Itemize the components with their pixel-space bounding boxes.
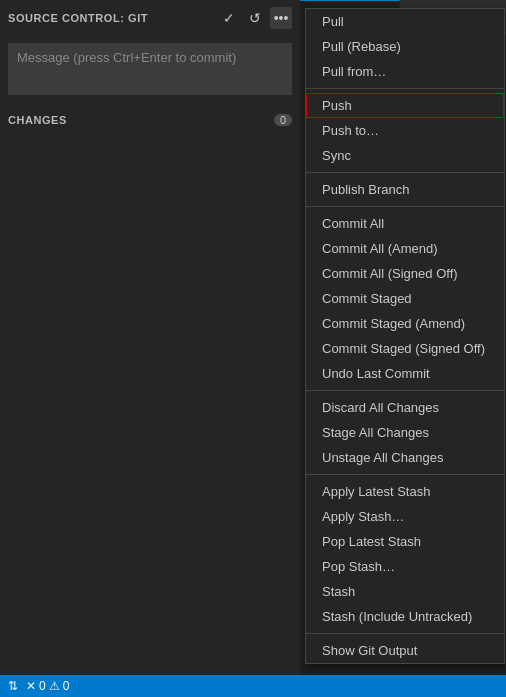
checkmark-icon: ✓ bbox=[223, 10, 235, 26]
menu-item-commit-all--signed-off-[interactable]: Commit All (Signed Off) bbox=[306, 261, 504, 286]
menu-item-sync[interactable]: Sync bbox=[306, 143, 504, 168]
menu-item-commit-staged--signed-off-[interactable]: Commit Staged (Signed Off) bbox=[306, 336, 504, 361]
menu-item-undo-last-commit[interactable]: Undo Last Commit bbox=[306, 361, 504, 386]
menu-item-push-to-[interactable]: Push to… bbox=[306, 118, 504, 143]
more-actions-button[interactable]: ••• bbox=[270, 7, 292, 29]
menu-item-show-git-output[interactable]: Show Git Output bbox=[306, 638, 504, 663]
menu-item-pop-stash-[interactable]: Pop Stash… bbox=[306, 554, 504, 579]
warning-icon: ⚠ bbox=[49, 679, 60, 693]
menu-item-pop-latest-stash[interactable]: Pop Latest Stash bbox=[306, 529, 504, 554]
changes-header: CHANGES 0 bbox=[8, 110, 292, 130]
changes-count-badge: 0 bbox=[274, 114, 292, 126]
menu-item-pull-from-[interactable]: Pull from… bbox=[306, 59, 504, 84]
menu-separator-22 bbox=[306, 633, 504, 634]
menu-separator-16 bbox=[306, 474, 504, 475]
sync-status-button[interactable]: ⇅ bbox=[8, 679, 18, 693]
menu-item-commit-staged[interactable]: Commit Staged bbox=[306, 286, 504, 311]
changes-label: CHANGES bbox=[8, 114, 67, 126]
error-icon: ✕ bbox=[26, 679, 36, 693]
menu-item-commit-staged--amend-[interactable]: Commit Staged (Amend) bbox=[306, 311, 504, 336]
panel-header: SOURCE CONTROL: GIT ✓ ↺ ••• bbox=[0, 0, 300, 35]
menu-item-apply-latest-stash[interactable]: Apply Latest Stash bbox=[306, 479, 504, 504]
menu-item-apply-stash-[interactable]: Apply Stash… bbox=[306, 504, 504, 529]
menu-item-commit-all--amend-[interactable]: Commit All (Amend) bbox=[306, 236, 504, 261]
menu-separator-6 bbox=[306, 206, 504, 207]
menu-item-commit-all[interactable]: Commit All bbox=[306, 211, 504, 236]
menu-item-discard-all-changes[interactable]: Discard All Changes bbox=[306, 395, 504, 420]
panel-title: SOURCE CONTROL: GIT bbox=[8, 12, 148, 24]
menu-separator-13 bbox=[306, 390, 504, 391]
commit-message-input[interactable] bbox=[8, 43, 292, 95]
error-count: 0 bbox=[39, 679, 46, 693]
menu-item-stage-all-changes[interactable]: Stage All Changes bbox=[306, 420, 504, 445]
errors-button[interactable]: ✕ 0 ⚠ 0 bbox=[26, 679, 69, 693]
status-bar: ⇅ ✕ 0 ⚠ 0 bbox=[0, 675, 506, 697]
menu-item-unstage-all-changes[interactable]: Unstage All Changes bbox=[306, 445, 504, 470]
refresh-icon: ↺ bbox=[249, 10, 261, 26]
context-menu: PullPull (Rebase)Pull from…PushPush to…S… bbox=[305, 8, 505, 664]
menu-separator-5 bbox=[306, 172, 504, 173]
source-control-panel: SOURCE CONTROL: GIT ✓ ↺ ••• CHANGES 0 bbox=[0, 0, 300, 697]
changes-section: CHANGES 0 bbox=[0, 106, 300, 134]
menu-item-publish-branch[interactable]: Publish Branch bbox=[306, 177, 504, 202]
menu-separator-2 bbox=[306, 88, 504, 89]
more-icon: ••• bbox=[274, 10, 289, 26]
menu-item-pull[interactable]: Pull bbox=[306, 9, 504, 34]
menu-item-stash--include-untracked-[interactable]: Stash (Include Untracked) bbox=[306, 604, 504, 629]
refresh-button[interactable]: ↺ bbox=[244, 7, 266, 29]
commit-input-area bbox=[0, 35, 300, 106]
menu-item-push[interactable]: Push bbox=[306, 93, 504, 118]
sync-icon: ⇅ bbox=[8, 679, 18, 693]
header-actions: ✓ ↺ ••• bbox=[218, 7, 292, 29]
menu-item-pull--rebase-[interactable]: Pull (Rebase) bbox=[306, 34, 504, 59]
menu-item-stash[interactable]: Stash bbox=[306, 579, 504, 604]
commit-checkmark-button[interactable]: ✓ bbox=[218, 7, 240, 29]
warning-count: 0 bbox=[63, 679, 70, 693]
